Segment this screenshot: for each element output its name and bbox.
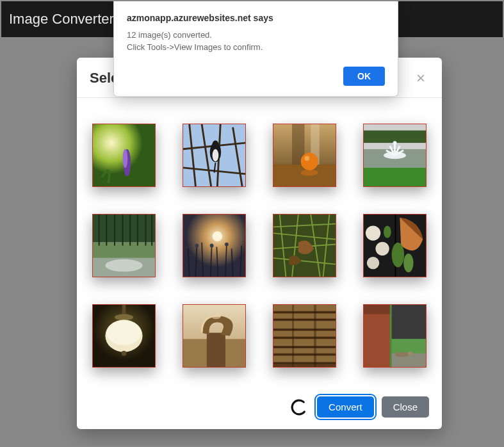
thumbnail-lizard-brick[interactable] bbox=[363, 304, 427, 368]
alert-ok-button[interactable]: OK bbox=[343, 67, 385, 86]
thumbnail-sunset-grass[interactable] bbox=[183, 214, 246, 277]
svg-rect-62 bbox=[273, 348, 336, 354]
svg-rect-58 bbox=[273, 314, 336, 319]
svg-point-11 bbox=[301, 153, 318, 170]
js-alert-dialog: azmonapp.azurewebsites.net says 12 image… bbox=[113, 1, 398, 97]
svg-point-51 bbox=[122, 351, 127, 356]
alert-actions: OK bbox=[127, 67, 385, 86]
svg-rect-32 bbox=[183, 215, 245, 277]
modal-close-button[interactable]: × bbox=[412, 69, 429, 87]
thumbnail-bird-on-branch[interactable] bbox=[183, 124, 246, 187]
thumbnail-forest-stream[interactable] bbox=[92, 214, 156, 277]
thumbnail-fountain-lawn[interactable] bbox=[363, 124, 427, 187]
svg-point-42 bbox=[366, 225, 380, 240]
svg-point-40 bbox=[392, 243, 404, 268]
svg-point-79 bbox=[395, 352, 410, 357]
svg-point-48 bbox=[115, 314, 133, 321]
svg-point-41 bbox=[403, 254, 414, 272]
svg-rect-17 bbox=[364, 168, 426, 186]
svg-rect-60 bbox=[273, 331, 336, 337]
modal-footer: Convert Close bbox=[77, 387, 442, 429]
svg-point-50 bbox=[106, 320, 141, 345]
thumbnail-ceiling-lamp[interactable] bbox=[92, 304, 156, 368]
svg-point-35 bbox=[210, 244, 214, 248]
svg-point-6 bbox=[213, 149, 219, 161]
alert-line-2: Click Tools->View Images to confirm. bbox=[127, 42, 385, 54]
select-images-modal: Sele × bbox=[77, 58, 442, 429]
svg-rect-63 bbox=[273, 356, 336, 362]
svg-point-55 bbox=[211, 313, 222, 320]
svg-rect-76 bbox=[392, 305, 426, 339]
app-title: Image Converter bbox=[9, 11, 114, 28]
close-button[interactable]: Close bbox=[382, 396, 429, 418]
svg-point-45 bbox=[384, 225, 391, 238]
svg-point-34 bbox=[195, 244, 199, 248]
svg-rect-75 bbox=[364, 305, 390, 314]
svg-point-43 bbox=[375, 242, 389, 256]
svg-point-19 bbox=[393, 141, 397, 145]
thumbnail-grid bbox=[77, 98, 442, 387]
thumbnail-wooden-handle[interactable] bbox=[183, 304, 246, 368]
loading-spinner-icon bbox=[290, 398, 308, 416]
thumbnail-food-platter[interactable] bbox=[363, 214, 427, 277]
alert-title: azmonapp.azurewebsites.net says bbox=[127, 13, 385, 23]
svg-point-36 bbox=[225, 243, 229, 247]
svg-point-13 bbox=[301, 170, 318, 176]
alert-line-1: 12 image(s) converted. bbox=[127, 29, 385, 42]
svg-rect-54 bbox=[207, 333, 225, 367]
convert-button[interactable]: Convert bbox=[317, 396, 374, 418]
svg-rect-59 bbox=[273, 321, 336, 329]
svg-point-2 bbox=[123, 149, 128, 168]
svg-rect-72 bbox=[314, 305, 316, 367]
svg-rect-71 bbox=[292, 305, 294, 367]
thumbnail-leaves-ground[interactable] bbox=[273, 214, 336, 277]
thumbnail-orange-on-table[interactable] bbox=[273, 124, 336, 187]
svg-point-31 bbox=[105, 259, 142, 272]
svg-point-44 bbox=[367, 257, 379, 269]
svg-rect-57 bbox=[273, 305, 336, 311]
svg-point-80 bbox=[408, 352, 413, 355]
svg-point-5 bbox=[213, 140, 219, 148]
svg-point-81 bbox=[290, 398, 308, 416]
thumbnail-stacked-wood[interactable] bbox=[273, 304, 336, 368]
svg-point-12 bbox=[305, 156, 310, 161]
alert-message: 12 image(s) converted. Click Tools->View… bbox=[127, 29, 385, 54]
svg-rect-61 bbox=[273, 339, 336, 346]
thumbnail-purple-flower[interactable] bbox=[92, 124, 156, 187]
svg-point-33 bbox=[213, 231, 223, 241]
